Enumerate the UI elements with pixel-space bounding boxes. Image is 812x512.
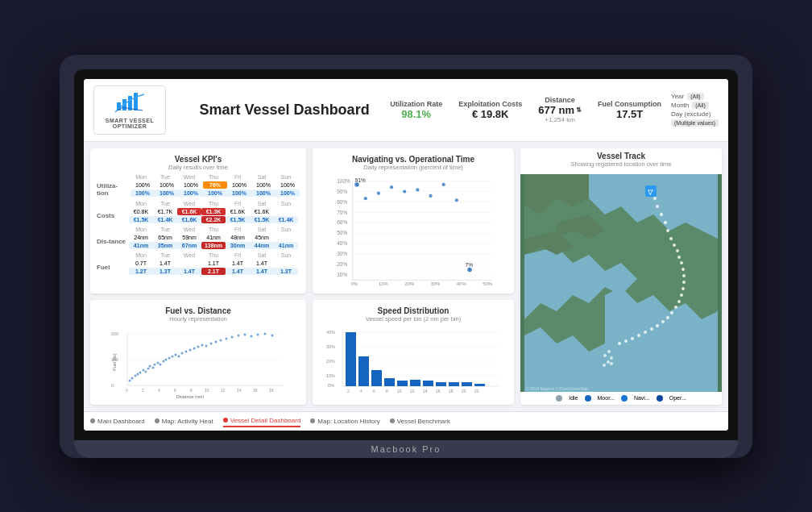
svg-text:20: 20 [462,389,466,393]
year-filter[interactable]: Year (All) [671,93,719,100]
fuel-group: Mon Tue Wed Thu Fri Sat Sun Fuel [97,252,300,275]
svg-point-26 [377,191,380,194]
svg-point-120 [178,355,180,357]
svg-point-77 [603,364,606,367]
map-legend: Idle Moor... Navi... Oper... [520,392,722,405]
svg-point-129 [215,340,218,343]
legend-oper-dot [657,395,663,402]
svg-point-113 [157,361,160,364]
svg-text:100%: 100% [337,177,350,183]
tab-main-dashboard[interactable]: Main Dashboard [90,415,145,427]
utilization-kpi: Utilization Rate 98.1% [390,100,442,120]
svg-text:30%: 30% [431,281,441,285]
svg-text:7%: 7% [466,262,474,268]
svg-text:30%: 30% [337,251,347,256]
svg-point-134 [244,333,246,335]
svg-text:4: 4 [360,389,362,393]
svg-point-131 [226,337,228,339]
tab-activity-heat[interactable]: Map: Activity Heat [155,415,213,427]
filters: Year (All) Month (All) Day (exclude) (Mu… [671,93,719,127]
svg-text:8: 8 [386,389,388,393]
utilization-group: Utiliza-tion 100% 100% 100% 76% 100% 100… [97,181,300,198]
speed-dist-panel: Speed Distribution Vessel speed per bin … [313,300,514,405]
svg-point-71 [624,339,628,343]
utilization-row-1: 100% 100% 100% 76% 100% 100% 100% [130,181,300,189]
svg-point-78 [610,362,613,365]
speed-dist-subtitle: Vessel speed per bin (2 nm per bin) [319,315,508,323]
svg-point-33 [467,267,471,271]
speed-dist-title: Speed Distribution [319,306,508,315]
day-filter[interactable]: Day (exclude) [671,110,719,118]
svg-text:50%: 50% [337,230,347,235]
tab-location-history[interactable]: Map: Location History [310,415,379,427]
svg-text:200: 200 [111,331,118,336]
svg-point-62 [674,306,677,309]
svg-point-66 [656,324,659,327]
logo-area: SMART VESSEL OPTIMIZER [93,85,166,135]
svg-text:10%: 10% [326,373,335,378]
distance-value: 677 nm [538,104,574,116]
utilization-value: 98.1% [390,108,442,120]
svg-text:10: 10 [397,389,402,393]
svg-point-55 [680,261,683,264]
svg-point-138 [271,334,274,336]
svg-point-103 [131,377,134,379]
svg-text:12: 12 [221,388,226,393]
costs-days: Mon Tue Wed Thu Fri Sat Sun [97,201,300,206]
dashboard: SMART VESSEL OPTIMIZER Smart Vessel Dash… [84,79,728,431]
svg-text:20%: 20% [326,359,335,364]
header: SMART VESSEL OPTIMIZER Smart Vessel Dash… [84,79,728,142]
svg-point-112 [154,363,156,365]
svg-point-61 [677,300,681,303]
svg-text:18: 18 [449,389,454,393]
map-content: ▽ © 2019 Mapbox © OpenStreetMap [520,174,722,392]
main-grid: Vessel KPI's Daily results over time Mon… [84,142,728,411]
svg-point-117 [168,356,171,359]
distance-group-label: Dis-tance [97,238,129,245]
svg-text:14: 14 [423,389,428,393]
tab-benchmark[interactable]: Vessel Benchmark [390,415,450,427]
svg-rect-159 [462,382,472,386]
svg-rect-156 [423,381,433,386]
svg-point-46 [653,197,657,200]
nav-title: Navigating vs. Operational Time [319,155,508,164]
svg-rect-151 [358,356,369,386]
svg-point-48 [660,213,663,216]
svg-point-127 [205,344,208,347]
distance-kpi: Distance 677 nm ⇅ +1,254 km [538,96,582,123]
legend-moor-dot [585,395,591,402]
svg-text:10%: 10% [379,281,389,285]
svg-text:8: 8 [190,388,193,393]
svg-text:6: 6 [373,389,375,393]
tab-main-dot [90,418,95,423]
tab-vessel-detail[interactable]: Vessel Detail Dashboard [223,415,301,427]
svg-point-64 [666,316,669,319]
legend-idle-label: Idle [569,395,578,401]
svg-point-123 [189,348,192,351]
month-filter[interactable]: Month (All) [671,102,719,109]
distance-rows: 24nm 65nm 59nm 41nm 48nm 45nm [129,234,300,249]
svg-point-52 [673,244,676,247]
svg-rect-155 [410,380,420,386]
fuel-kpi: Fuel Consumption 17.5T [598,100,661,120]
svg-text:16: 16 [436,389,441,393]
logo-icon [99,91,160,118]
costs-group: Mon Tue Wed Thu Fri Sat Sun Costs [97,201,300,223]
svg-point-53 [676,249,679,252]
costs-kpi: Exploitation Costs € 19.8K [458,100,522,120]
legend-navi-dot [621,395,628,402]
svg-point-133 [238,334,240,336]
svg-rect-157 [436,382,446,386]
svg-text:0: 0 [111,383,114,388]
day-value: (Multiple values) [671,119,719,127]
svg-point-50 [666,229,669,232]
svg-text:50%: 50% [483,281,493,285]
fuel-value: 17.5T [598,108,661,120]
year-label: Year [671,93,684,100]
legend-oper-label: Oper... [669,395,686,401]
costs-label: Exploitation Costs [458,100,522,108]
fuel-rows: 0.7T 1.4T 1.1T 1.4T 1.4T [129,260,300,275]
svg-point-60 [680,293,683,297]
svg-point-29 [416,188,419,191]
svg-text:6: 6 [174,388,176,393]
